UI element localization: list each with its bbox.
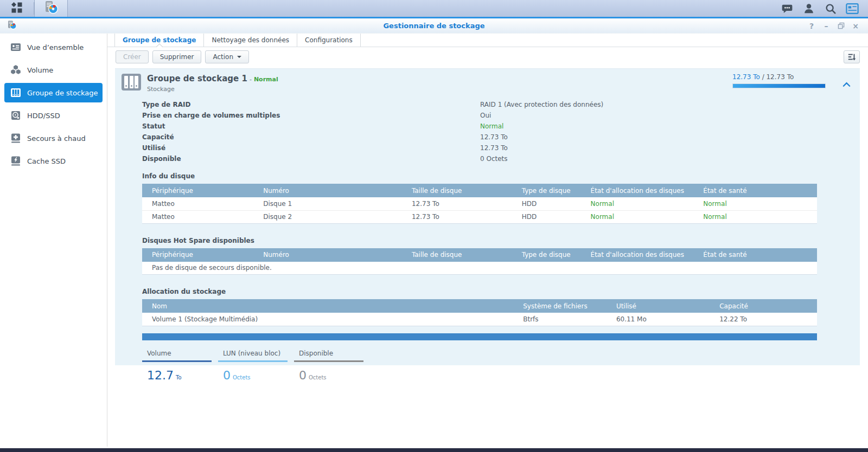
desktop-taskbar [0,0,868,18]
hot-spare-icon [10,132,22,144]
table-empty-row: Pas de disque de secours disponible. [142,262,817,275]
collapse-panel-button[interactable] [843,79,851,89]
sidebar-item-label: HDD/SSD [27,112,60,120]
sidebar-item-label: Volume [27,66,53,74]
detail-value: 12.73 To [480,144,508,152]
detail-label: Capacité [142,133,480,141]
window-controls: ? – × [807,21,868,31]
stat-unit: Octets [309,374,327,380]
detail-label: Utilisé [142,144,480,152]
ssd-cache-icon [10,155,22,167]
window-titlebar: Gestionnaire de stockage ? – × [0,18,868,34]
sidebar-item-label: Cache SSD [27,157,66,165]
user-icon[interactable] [801,1,817,17]
help-button[interactable]: ? [807,21,816,31]
main-menu-button[interactable] [0,0,34,17]
table-header-row: NomSystème de fichiersUtiliséCapacité [142,299,817,313]
create-button[interactable]: Créer [116,50,149,63]
pool-usage: 12.73 To / 12.73 To [732,73,826,88]
storage-pool-panel-icon [122,74,141,91]
delete-button[interactable]: Supprimer [152,50,202,63]
pilot-view-icon[interactable] [844,1,860,17]
table-header-row: PériphériqueNuméroTaille de disqueType d… [142,184,817,197]
usage-progress-bar [732,83,826,88]
table-row[interactable]: Volume 1 (Stockage Multimédia)Btrfs60.11… [142,313,817,326]
detail-label: Prise en charge de volumes multiples [142,112,480,119]
notifications-icon[interactable] [779,1,795,17]
taskbar-tray [779,0,868,17]
sort-icon [847,53,856,61]
usage-separator: / [760,73,767,81]
sidebar: Vue d’ensemble Volume [0,34,107,447]
stat-unit: To [176,374,182,380]
stat-value: 12.7 [147,369,174,382]
action-button[interactable]: Action [205,50,249,63]
pool-status-badge: Normal [254,76,278,83]
allocation-title: Allocation du stockage [142,288,860,295]
allocation-stats: Volume 12.7To LUN (niveau bloc) 0Octets … [142,347,860,382]
detail-value: Normal [480,122,503,130]
sidebar-item-ssd-cache[interactable]: Cache SSD [4,151,103,171]
storage-manager-icon [44,0,59,17]
detail-value: Oui [480,112,491,119]
storage-pool-panel: Groupe de stockage 1 - Normal Stockage 1… [115,68,860,365]
restore-button[interactable] [836,21,846,31]
detail-label: Statut [142,122,480,130]
sidebar-item-hot-spare[interactable]: Secours à chaud [4,128,103,148]
stat-value: 0 [299,369,307,382]
storage-pool-icon [10,87,22,99]
sidebar-item-overview[interactable]: Vue d’ensemble [4,37,103,57]
stat-unit: Octets [233,374,251,380]
tab-configurations[interactable]: Configurations [297,34,361,47]
stat-underline [294,360,363,362]
usage-total: 12.73 To [766,73,794,81]
storage-manager-task-button[interactable] [34,0,68,17]
usage-used: 12.73 To [732,73,760,81]
sidebar-item-volume[interactable]: Volume [4,60,103,80]
window-title: Gestionnaire de stockage [0,22,868,30]
sidebar-item-storage-pool[interactable]: Groupe de stockage [4,83,103,102]
pool-status-separator: - [250,76,252,83]
stat-label: LUN (niveau bloc) [218,347,288,360]
detail-label: Disponible [142,155,480,163]
detail-value: 0 Octets [480,155,508,163]
tab-data-scrubbing[interactable]: Nettoyage des données [204,34,297,47]
hot-spare-title: Disques Hot Spare disponibles [142,237,860,244]
stat-label: Volume [142,347,212,360]
hot-spare-table: PériphériqueNuméroTaille de disqueType d… [142,248,817,275]
stat-underline [218,360,288,362]
stat-label: Disponible [294,347,363,360]
sidebar-item-label: Groupe de stockage [27,89,98,97]
minimize-button[interactable]: – [821,21,831,31]
hdd-icon [10,109,22,121]
table-header-row: PériphériqueNuméroTaille de disqueType d… [142,248,817,262]
allocation-table: NomSystème de fichiersUtiliséCapacité Vo… [142,299,817,326]
search-icon[interactable] [822,1,839,17]
stat-volume: Volume 12.7To [142,347,212,382]
disk-info-table: PériphériqueNuméroTaille de disqueType d… [142,184,817,224]
sidebar-item-hdd-ssd[interactable]: HDD/SSD [4,106,103,125]
stat-underline [142,360,212,362]
tab-storage-pool[interactable]: Groupe de stockage [114,34,204,47]
caret-down-icon [237,56,241,58]
volume-icon [10,64,22,76]
disk-info-title: Info du disque [142,172,860,180]
stat-lun: LUN (niveau bloc) 0Octets [218,347,288,382]
stat-value: 0 [223,369,231,382]
sidebar-item-label: Secours à chaud [27,134,86,143]
close-button[interactable]: × [851,21,860,31]
table-row[interactable]: MatteoDisque 112.73 ToHDDNormalNormal [142,197,817,210]
main-menu-icon [11,2,22,15]
overview-icon [10,41,22,53]
table-row[interactable]: MatteoDisque 212.73 ToHDDNormalNormal [142,210,817,223]
pool-name: Groupe de stockage 1 [147,74,247,83]
action-button-label: Action [213,53,233,61]
desktop-bottom-edge [0,448,868,452]
sidebar-item-label: Vue d’ensemble [27,43,84,51]
allocation-usage-bar [142,333,817,340]
chevron-up-icon [843,82,851,87]
detail-value: 12.73 To [480,133,508,141]
sort-button[interactable] [844,50,860,63]
pool-details: Type de RAIDRAID 1 (Avec protection des … [142,99,860,164]
tab-bar: Groupe de stockage Nettoyage des données… [107,34,868,47]
